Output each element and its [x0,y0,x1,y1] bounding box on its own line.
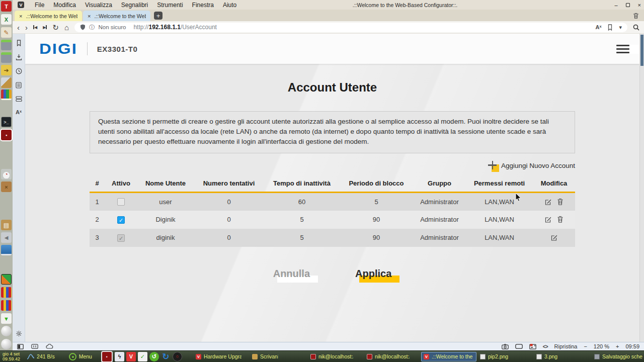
downloads-panel-icon[interactable] [16,54,22,60]
vivaldi-logo-icon[interactable]: V [18,2,24,8]
fast-forward-button[interactable]: ▶ [43,25,47,30]
taskbar-window-3png[interactable]: 3.png [534,352,577,361]
launcher-power-icon[interactable] [173,352,182,361]
dock-spreadsheet-icon[interactable] [1,14,12,25]
add-account-link[interactable]: Aggiungi Nuovo Account [488,161,575,170]
panel-toggle-icon[interactable] [17,344,24,349]
launcher-sync-icon[interactable] [149,352,159,361]
taskbar-clock[interactable]: gio 4 set 09.59.42 [0,351,23,361]
tab-close-icon[interactable]: × [88,13,91,19]
hamburger-menu-icon[interactable] [616,45,629,53]
page-actions-window-icon[interactable] [515,344,523,349]
sync-cloud-icon[interactable] [46,344,53,349]
launcher-compare-windows-icon[interactable] [115,352,124,361]
delete-icon[interactable] [557,216,564,223]
dock-sphere-icon[interactable] [1,326,12,336]
dock-pencils-2-icon[interactable] [1,300,12,311]
search-icon[interactable] [633,24,639,31]
dock-calculator-2-icon[interactable] [1,52,12,63]
capture-camera-icon[interactable] [502,344,509,349]
reading-list-panel-icon[interactable] [16,82,22,88]
tab-active[interactable]: × .::Welcome to the Web-Ba [15,11,82,21]
cards-panel-icon[interactable] [16,96,22,102]
url-field[interactable]: ⓘ Non sicuro http://192.168.1.1/UserAcco… [74,23,627,32]
dock-system-monitor-icon[interactable] [1,169,12,179]
edit-icon[interactable] [544,216,552,223]
active-checkbox[interactable] [117,234,125,242]
zoom-in-button[interactable]: + [616,343,619,349]
menu-strumenti[interactable]: Strumenti [152,2,187,9]
dock-texstudio-icon[interactable] [1,1,12,12]
content-scrollbar[interactable] [639,34,644,342]
bookmark-icon[interactable] [607,24,613,31]
menu-segnalibri[interactable]: Segnalibri [117,2,152,9]
translate-panel-icon[interactable]: Aˣ [16,109,22,115]
tab-label: .::Welcome to the Web-Ba [26,13,77,19]
launcher-red-terminal-icon[interactable] [102,352,112,361]
reset-zoom-button[interactable]: Ripristina [554,343,578,349]
zoom-out-button[interactable]: − [584,343,587,349]
taskbar-window-terminal-2[interactable]: nik@localhost:/uni... [364,352,412,361]
launcher-reload-icon[interactable] [161,352,171,361]
rewind-button[interactable]: ◀ [33,25,37,30]
bookmarks-panel-icon[interactable] [16,40,22,46]
forward-button[interactable]: › [25,24,28,31]
dock-terminal-icon[interactable] [1,117,12,127]
reader-view-icon[interactable]: Aˣ [595,24,601,30]
home-button[interactable]: ⌂ [64,24,69,31]
cancel-button[interactable]: Annulla [272,268,311,280]
dock-red-package-active-icon[interactable] [1,130,12,140]
dock-pencils-icon[interactable] [1,287,12,298]
dock-cleaner-icon[interactable] [1,77,12,88]
tab-inactive[interactable]: × .::Welcome to the Web-Ba [83,11,150,21]
dock-stats-book-icon[interactable] [1,89,12,100]
delete-icon[interactable] [557,198,564,206]
network-monitor[interactable]: 241 B/s [27,353,55,360]
taskbar-window-salvataggio[interactable]: Salvataggio scher... [592,352,644,361]
dock-package-icon[interactable] [1,182,12,192]
dock-calculator-icon[interactable] [1,40,12,50]
taskbar-window-terminal-1[interactable]: nik@localhost:/uni... [308,352,356,361]
back-button[interactable]: ‹ [17,24,20,31]
dock-media-app-icon[interactable] [1,274,12,285]
chevron-down-icon[interactable]: ▾ [619,24,622,31]
menu-finestra[interactable]: Finestra [188,2,218,9]
tiling-icon[interactable] [31,344,38,349]
minimize-button[interactable]: – [614,2,617,8]
menu-visualizza[interactable]: Visualizza [80,2,117,9]
active-checkbox[interactable] [117,216,125,224]
reload-button[interactable]: ↻ [52,24,59,31]
active-checkbox[interactable] [117,198,125,206]
taskbar-window-pip2[interactable]: pip2.png [477,352,523,361]
apply-button[interactable]: Applica [354,268,392,280]
history-panel-icon[interactable] [16,68,22,74]
menu-file[interactable]: File [30,2,49,9]
launcher-tasks-check-icon[interactable] [138,352,147,361]
info-icon[interactable]: ⓘ [89,24,95,31]
dock-clipboard-icon[interactable] [1,220,12,230]
tab-close-icon[interactable]: × [19,13,22,19]
closed-tabs-trash-icon[interactable] [633,13,639,19]
menu-modifica[interactable]: Modifica [49,2,80,9]
dock-notes-icon[interactable] [1,27,12,38]
page-source-icon[interactable]: <> [543,344,548,349]
menu-aiuto[interactable]: Aiuto [218,2,241,9]
maximize-button[interactable] [626,3,630,7]
images-toggle-icon[interactable] [529,344,536,349]
applications-menu-button[interactable]: Menu [66,353,95,360]
dock-sphere-2-icon[interactable] [1,339,12,349]
dock-downloader-icon[interactable] [1,313,12,324]
new-tab-button[interactable]: + [154,12,163,20]
taskbar-window-welcome-active[interactable]: V.::Welcome to the ... [421,352,476,361]
panel-settings-gear-icon[interactable] [16,330,22,337]
dock-network-icon[interactable] [1,245,12,255]
edit-icon[interactable] [550,234,558,241]
launcher-vivaldi-icon[interactable] [126,352,136,361]
close-button[interactable]: × [638,2,641,8]
edit-icon[interactable] [544,198,552,206]
dock-audio-icon[interactable] [1,232,12,243]
dock-folder-shortcut-icon[interactable] [1,65,12,75]
scrollbar-thumb[interactable] [640,35,643,66]
taskbar-window-scrivania[interactable]: Scrivania [250,352,281,361]
taskbar-window-hardware-upgrade[interactable]: VHardware Upgrad... [193,352,244,361]
